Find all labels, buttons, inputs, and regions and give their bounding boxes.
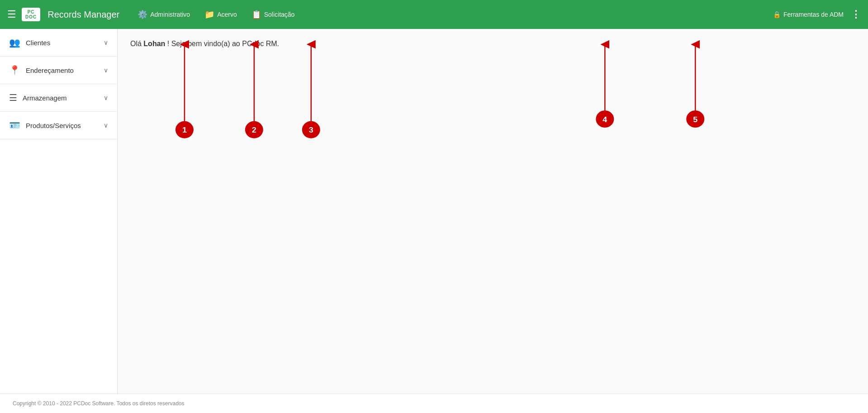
chevron-down-icon: ∨	[104, 39, 108, 46]
nav-acervo-label: Acervo	[217, 11, 237, 18]
sidebar-item-produtos-left: 🪪 Produtos/Serviços	[9, 120, 81, 131]
welcome-name: Lohan	[143, 40, 165, 47]
sidebar-armazenagem-label: Armazenagem	[23, 94, 67, 102]
sidebar-produtos-label: Produtos/Serviços	[26, 122, 81, 129]
sidebar-item-armazenagem[interactable]: ☰ Armazenagem ∨	[0, 84, 117, 112]
location-icon: 📍	[9, 65, 20, 76]
main-layout: 👥 Clientes ∨ 📍 Endereçamento ∨ ☰ Armazen…	[0, 29, 868, 394]
storage-icon: ☰	[9, 92, 17, 103]
sidebar-item-clientes-left: 👥 Clientes	[9, 37, 50, 48]
nav-administrativo-label: Administrativo	[150, 11, 190, 18]
ferramentas-adm-label: Ferramentas de ADM	[783, 11, 844, 18]
welcome-prefix: Olá	[130, 40, 143, 47]
sidebar-item-enderecamento-left: 📍 Endereçamento	[9, 65, 74, 76]
top-navbar: ☰ PC DOC Records Manager ⚙️ Administrati…	[0, 0, 868, 29]
lock-icon: 🔒	[773, 11, 781, 18]
nav-administrativo[interactable]: ⚙️ Administrativo	[132, 6, 195, 23]
copyright-text: Copyright © 2010 - 2022 PCDoc Software. …	[13, 400, 184, 407]
navbar-right: 🔒 Ferramentas de ADM ⋮	[773, 9, 861, 20]
chevron-down-icon-3: ∨	[104, 94, 108, 101]
sidebar-item-armazenagem-left: ☰ Armazenagem	[9, 92, 67, 103]
hamburger-icon[interactable]: ☰	[7, 9, 16, 20]
welcome-message: Olá Lohan ! Seja bem vindo(a) ao PCdoc R…	[130, 40, 855, 48]
pcdoc-logo: PC DOC	[22, 8, 40, 21]
app-title: Records Manager	[47, 9, 119, 20]
sidebar-item-produtos-servicos[interactable]: 🪪 Produtos/Serviços ∨	[0, 112, 117, 139]
sidebar-clientes-label: Clientes	[26, 39, 50, 47]
nav-acervo[interactable]: 📁 Acervo	[199, 6, 242, 23]
welcome-suffix: ! Seja bem vindo(a) ao PCdoc RM.	[165, 40, 279, 47]
gear-icon: ⚙️	[138, 9, 147, 19]
people-icon: 👥	[9, 37, 20, 48]
chevron-down-icon-4: ∨	[104, 122, 108, 129]
sidebar-enderecamento-label: Endereçamento	[26, 66, 74, 74]
main-content: Olá Lohan ! Seja bem vindo(a) ao PCdoc R…	[118, 29, 868, 394]
sidebar-item-clientes[interactable]: 👥 Clientes ∨	[0, 29, 117, 57]
sidebar: 👥 Clientes ∨ 📍 Endereçamento ∨ ☰ Armazen…	[0, 29, 118, 394]
ferramentas-adm[interactable]: 🔒 Ferramentas de ADM	[773, 11, 844, 18]
content-area: Olá Lohan ! Seja bem vindo(a) ao PCdoc R…	[118, 29, 868, 394]
nav-menu: ⚙️ Administrativo 📁 Acervo 📋 Solicitação	[132, 6, 773, 23]
sidebar-item-enderecamento[interactable]: 📍 Endereçamento ∨	[0, 57, 117, 84]
more-options-icon[interactable]: ⋮	[851, 9, 861, 20]
products-icon: 🪪	[9, 120, 20, 131]
nav-solicitacao[interactable]: 📋 Solicitação	[246, 6, 300, 23]
archive-icon: 📁	[204, 9, 214, 19]
clipboard-icon: 📋	[251, 9, 261, 19]
nav-solicitacao-label: Solicitação	[264, 11, 295, 18]
chevron-down-icon-2: ∨	[104, 66, 108, 74]
footer: Copyright © 2010 - 2022 PCDoc Software. …	[0, 394, 868, 413]
